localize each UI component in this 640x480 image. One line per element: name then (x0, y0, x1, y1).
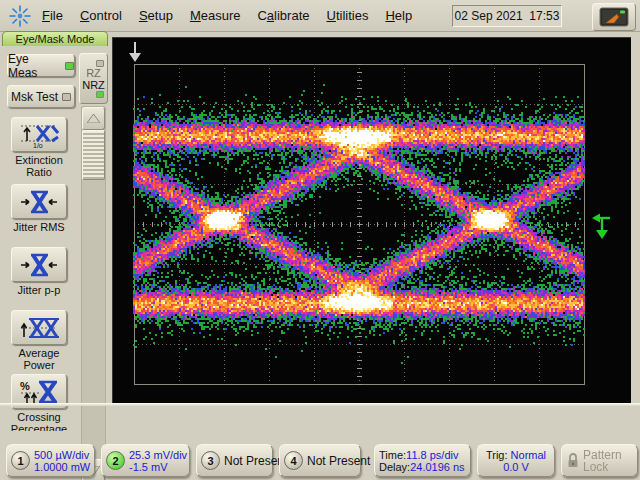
tool-jitter-p-p: Jitter p-p (6, 247, 72, 296)
extinction-ratio-button[interactable]: 1/o (11, 117, 67, 152)
menu-utilities[interactable]: Utilities (327, 8, 369, 23)
agilent-logo-icon (8, 4, 32, 28)
channel-2-status: 25.3 mV/div-1.5 mV (129, 449, 187, 473)
timebase-button[interactable]: Time:11.8 ps/div Delay:24.0196 ns (374, 444, 471, 477)
tool-average-power: Average Power (6, 310, 72, 371)
menu-bar: FileControlSetupMeasureCalibrateUtilitie… (0, 0, 640, 32)
channel-4-status: Not Present (307, 454, 370, 468)
scroll-up-button[interactable] (82, 107, 105, 130)
tool-label: Extinction Ratio (6, 154, 72, 178)
touch-screen-button[interactable] (592, 3, 636, 31)
tool-label: Jitter p-p (6, 284, 72, 296)
menu-control[interactable]: Control (80, 8, 122, 23)
scroll-thumb[interactable] (82, 130, 105, 180)
channel-3-status: Not Present (224, 454, 287, 468)
average-power-button[interactable] (11, 310, 67, 345)
svg-text:%: % (20, 380, 30, 392)
jitter-rms-button[interactable] (11, 184, 67, 219)
channel-2-button[interactable]: 225.3 mV/div-1.5 mV (101, 444, 190, 477)
scroll-up-icon (87, 114, 100, 123)
channel-3-indicator: 3 (201, 451, 220, 470)
tool-extinction-ratio: 1/oExtinction Ratio (6, 117, 72, 178)
pattern-lock-button[interactable]: Pattern Lock (561, 444, 638, 477)
channel-4-button[interactable]: 4Not Present (279, 444, 361, 477)
channel-buttons: 1500 µW/div1.0000 mW225.3 mV/div-1.5 mV3… (0, 444, 361, 477)
channel-1-indicator: 1 (11, 451, 30, 470)
menu-calibrate[interactable]: Calibrate (257, 8, 309, 23)
menu-file[interactable]: File (42, 8, 63, 23)
channel-1-button[interactable]: 1500 µW/div1.0000 mW (6, 444, 95, 477)
padlock-icon (566, 453, 580, 469)
sidebar: Eye Meas Msk Test RZ NRZ 1/oExtinction R… (0, 45, 110, 443)
timebase-reference-arrow-icon (125, 40, 145, 64)
datetime-display: 02 Sep 2021 17:53 (452, 5, 562, 27)
channel-2-indicator: 2 (106, 451, 125, 470)
channel-3-button[interactable]: 3Not Present (196, 444, 273, 477)
rz-nrz-toggle[interactable]: RZ NRZ (79, 53, 108, 104)
scope-application: FileControlSetupMeasureCalibrateUtilitie… (0, 0, 640, 480)
jitter-p-p-button[interactable] (11, 247, 67, 282)
touch-screen-icon (599, 7, 629, 27)
tool-label: Crossing Percentage (6, 411, 72, 431)
trigger-button[interactable]: Trig: Normal 0.0 V (477, 444, 555, 477)
rz-label: RZ (86, 67, 101, 79)
nrz-label: NRZ (82, 79, 105, 91)
channel-4-indicator: 4 (284, 451, 303, 470)
tool-label: Average Power (6, 347, 72, 371)
measurement-tools: 1/oExtinction RatioJitter RMSJitter p-pA… (0, 45, 79, 431)
channel-1-status: 500 µW/div1.0000 mW (34, 449, 90, 473)
trigger-level-arrow-icon[interactable] (589, 212, 615, 244)
status-bar: 1500 µW/div1.0000 mW225.3 mV/div-1.5 mV3… (0, 443, 640, 480)
nrz-led-icon (96, 91, 104, 98)
sidebar-scrollbar[interactable] (81, 106, 106, 480)
tool-label: Jitter RMS (6, 221, 72, 233)
rz-led-icon (96, 60, 104, 67)
tool-jitter-rms: Jitter RMS (6, 184, 72, 233)
menu-measure[interactable]: Measure (190, 8, 241, 23)
menu-items: FileControlSetupMeasureCalibrateUtilitie… (42, 8, 412, 23)
display-bottom-highlight (0, 403, 640, 406)
menu-setup[interactable]: Setup (139, 8, 173, 23)
svg-text:1/o: 1/o (33, 142, 43, 148)
eye-diagram-canvas (113, 38, 631, 404)
waveform-display (112, 37, 631, 404)
menu-help[interactable]: Help (385, 8, 412, 23)
mode-tab[interactable]: Eye/Mask Mode (2, 31, 108, 46)
